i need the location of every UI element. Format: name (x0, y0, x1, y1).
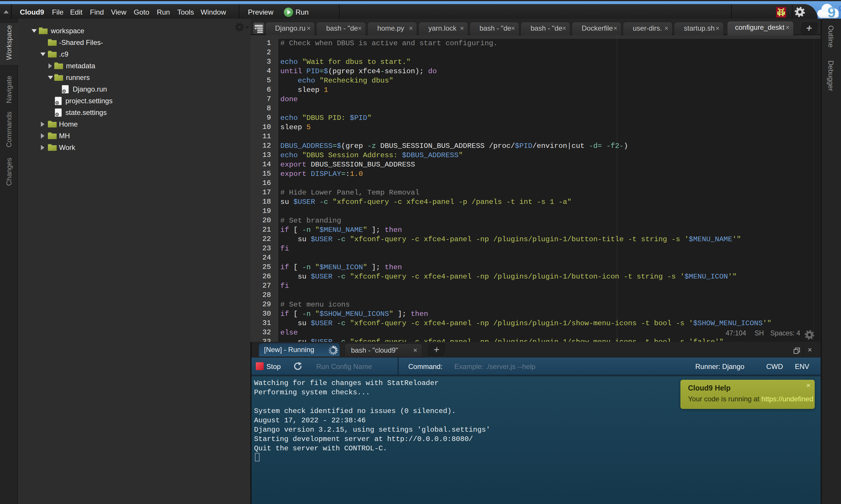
svg-text:9: 9 (827, 4, 836, 19)
